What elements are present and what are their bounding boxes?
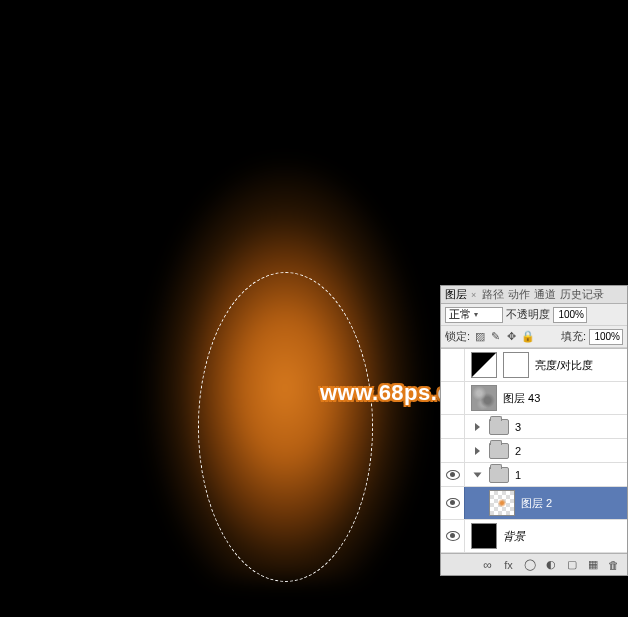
tab-history[interactable]: 历史记录	[560, 287, 604, 302]
delete-layer-icon[interactable]: 🗑	[606, 558, 621, 572]
layer-thumb-icon	[471, 523, 497, 549]
layer-name: 图层 43	[503, 391, 540, 406]
layer-visibility-toggle[interactable]	[441, 415, 465, 438]
panel-footer: ∞ fx ◯ ◐ ▢ ▦ 🗑	[441, 553, 627, 575]
layer-43[interactable]: 图层 43	[441, 382, 627, 415]
add-adjustment-icon[interactable]: ◐	[543, 558, 558, 572]
layer-visibility-toggle[interactable]	[441, 439, 465, 462]
layer-name: 亮度/对比度	[535, 358, 593, 373]
tab-close-icon[interactable]: ×	[471, 290, 476, 300]
collapse-triangle-icon[interactable]	[471, 471, 483, 479]
layer-brightness-contrast[interactable]: 亮度/对比度	[441, 349, 627, 382]
lock-all-icon[interactable]: 🔒	[521, 330, 534, 343]
layer-name: 背景	[503, 529, 525, 544]
folder-icon	[489, 443, 509, 459]
blend-mode-select[interactable]: 正常 ▾	[445, 307, 503, 323]
layer-name: 图层 2	[521, 496, 552, 511]
mask-thumb-icon	[503, 352, 529, 378]
lock-label: 锁定:	[445, 329, 470, 344]
eye-icon	[446, 531, 460, 541]
layer-background[interactable]: 背景	[441, 520, 627, 553]
new-group-icon[interactable]: ▢	[564, 558, 579, 572]
layer-group-1[interactable]: 1	[441, 463, 627, 487]
tab-layers[interactable]: 图层	[445, 287, 467, 302]
blend-opacity-row: 正常 ▾ 不透明度 100%	[441, 304, 627, 326]
layer-visibility-toggle[interactable]	[441, 520, 465, 552]
layer-2[interactable]: 图层 2	[441, 487, 627, 520]
lock-paint-icon[interactable]: ✎	[489, 330, 502, 343]
tab-actions[interactable]: 动作	[508, 287, 530, 302]
folder-icon	[489, 419, 509, 435]
fill-value: 100%	[594, 331, 620, 342]
elliptical-selection-marquee	[198, 272, 373, 582]
fill-label: 填充:	[561, 329, 586, 344]
layer-thumb-icon	[489, 490, 515, 516]
blend-mode-value: 正常	[449, 307, 471, 322]
chevron-down-icon: ▾	[474, 310, 478, 319]
layer-visibility-toggle[interactable]	[441, 349, 465, 381]
fx-icon[interactable]: fx	[501, 558, 516, 572]
expand-triangle-icon[interactable]	[471, 423, 483, 431]
lock-position-icon[interactable]: ✥	[505, 330, 518, 343]
panel-tabs: 图层 × 路径 动作 通道 历史记录	[441, 286, 627, 304]
adjustment-thumb-icon	[471, 352, 497, 378]
new-layer-icon[interactable]: ▦	[585, 558, 600, 572]
lock-fill-row: 锁定: ▨ ✎ ✥ 🔒 填充: 100%	[441, 326, 627, 348]
folder-icon	[489, 467, 509, 483]
expand-triangle-icon[interactable]	[471, 447, 483, 455]
layer-name: 2	[515, 445, 521, 457]
layer-visibility-toggle[interactable]	[441, 487, 465, 519]
tab-channels[interactable]: 通道	[534, 287, 556, 302]
fill-input[interactable]: 100%	[589, 329, 623, 345]
layer-name: 1	[515, 469, 521, 481]
layer-visibility-toggle[interactable]	[441, 382, 465, 414]
lock-icons-group: ▨ ✎ ✥ 🔒	[473, 330, 534, 343]
layers-panel: 图层 × 路径 动作 通道 历史记录 正常 ▾ 不透明度 100% 锁定: ▨ …	[440, 285, 628, 576]
eye-icon	[446, 470, 460, 480]
link-layers-icon[interactable]: ∞	[480, 558, 495, 572]
layer-visibility-toggle[interactable]	[441, 463, 465, 486]
layers-list: 亮度/对比度 图层 43 3 2	[441, 348, 627, 553]
layer-group-3[interactable]: 3	[441, 415, 627, 439]
opacity-value: 100%	[558, 309, 584, 320]
tab-paths[interactable]: 路径	[482, 287, 504, 302]
opacity-input[interactable]: 100%	[553, 307, 587, 323]
eye-icon	[446, 498, 460, 508]
lock-transparency-icon[interactable]: ▨	[473, 330, 486, 343]
add-mask-icon[interactable]: ◯	[522, 558, 537, 572]
opacity-label: 不透明度	[506, 307, 550, 322]
layer-group-2[interactable]: 2	[441, 439, 627, 463]
layer-thumb-icon	[471, 385, 497, 411]
layer-name: 3	[515, 421, 521, 433]
